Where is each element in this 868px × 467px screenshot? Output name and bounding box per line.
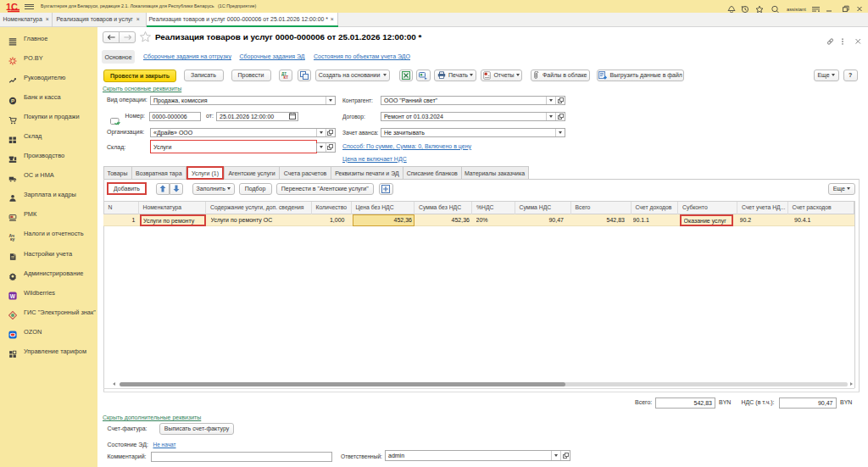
svg-text:КТ: КТ — [283, 75, 288, 79]
svg-text:Р: Р — [11, 97, 14, 103]
svg-text:ку: ку — [10, 236, 15, 242]
svg-text:W: W — [10, 293, 16, 299]
svg-text:assistant: assistant — [787, 7, 806, 12]
